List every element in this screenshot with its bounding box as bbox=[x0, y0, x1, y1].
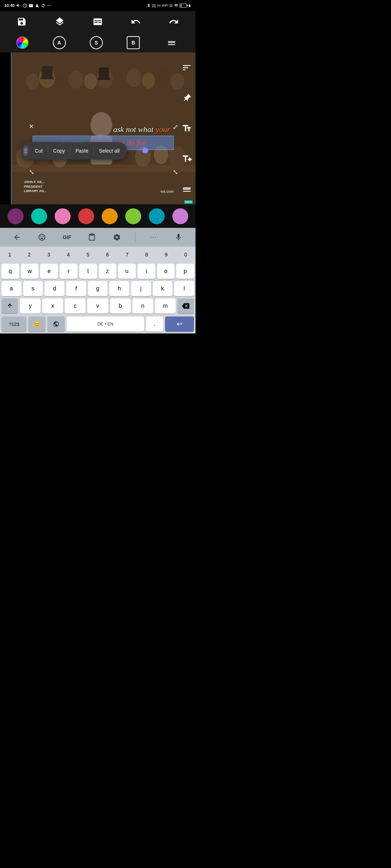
key-x[interactable]: x bbox=[42, 298, 63, 314]
key-s[interactable]: s bbox=[23, 281, 43, 296]
num-key-6[interactable]: 6 bbox=[98, 247, 117, 263]
backspace-key[interactable] bbox=[177, 298, 194, 314]
num-key-8[interactable]: 8 bbox=[137, 247, 156, 263]
num-key-4[interactable]: 4 bbox=[59, 247, 78, 263]
copy-button[interactable]: Copy bbox=[48, 146, 71, 156]
save-button[interactable] bbox=[14, 14, 29, 29]
svg-point-28 bbox=[25, 149, 26, 150]
key-a[interactable]: a bbox=[1, 281, 21, 296]
svg-point-33 bbox=[26, 152, 27, 153]
toolbar-row2: A S B bbox=[0, 33, 196, 52]
more-options-button[interactable]: ··· bbox=[147, 230, 160, 244]
shift-key[interactable] bbox=[1, 298, 18, 314]
color-wheel-button[interactable] bbox=[16, 37, 29, 49]
num-key-0[interactable]: 0 bbox=[176, 247, 196, 263]
key-v[interactable]: v bbox=[87, 298, 108, 314]
cursor-right bbox=[142, 148, 148, 153]
emoji-sticker-button[interactable] bbox=[35, 230, 49, 244]
redo-button[interactable] bbox=[166, 14, 181, 29]
microphone-button[interactable] bbox=[172, 230, 185, 244]
key-g[interactable]: g bbox=[88, 281, 108, 296]
num-key-5[interactable]: 5 bbox=[78, 247, 98, 263]
color-dot-6[interactable] bbox=[149, 208, 165, 224]
key-b[interactable]: b bbox=[110, 298, 131, 314]
color-dot-5[interactable] bbox=[125, 208, 141, 224]
settings-button[interactable] bbox=[110, 230, 124, 244]
undo-button[interactable] bbox=[128, 14, 143, 29]
color-dot-1[interactable] bbox=[31, 208, 47, 224]
key-o[interactable]: o bbox=[157, 264, 175, 279]
color-dot-4[interactable] bbox=[102, 208, 118, 224]
key-u[interactable]: u bbox=[118, 264, 136, 279]
paste-button[interactable]: Paste bbox=[70, 146, 94, 156]
gif-button[interactable]: GIF bbox=[60, 230, 74, 244]
key-q[interactable]: q bbox=[1, 264, 19, 279]
subtitles-button[interactable] bbox=[90, 14, 105, 29]
key-y[interactable]: y bbox=[20, 298, 41, 314]
key-l[interactable]: l bbox=[174, 281, 194, 296]
dot-key[interactable]: . bbox=[146, 316, 163, 332]
num-key-7[interactable]: 7 bbox=[117, 247, 137, 263]
color-dot-7[interactable] bbox=[172, 208, 188, 224]
key-d[interactable]: d bbox=[45, 281, 64, 296]
number-row: 1234567890 bbox=[0, 247, 196, 263]
space-key[interactable]: DE • EN bbox=[67, 316, 144, 332]
font-style-s-button[interactable]: S bbox=[90, 36, 103, 49]
time: 10:40 bbox=[4, 3, 14, 8]
new-text-button[interactable]: NEW bbox=[180, 152, 193, 165]
watermark: ws.com bbox=[160, 190, 174, 193]
key-z[interactable]: z bbox=[99, 264, 117, 279]
num-key-9[interactable]: 9 bbox=[156, 247, 176, 263]
key-t[interactable]: t bbox=[79, 264, 97, 279]
key-e[interactable]: e bbox=[40, 264, 58, 279]
num-key-2[interactable]: 2 bbox=[20, 247, 39, 263]
collapse-list-button[interactable] bbox=[180, 61, 193, 74]
resize-handle-tr[interactable]: ⤢ bbox=[173, 123, 178, 131]
key-f[interactable]: f bbox=[66, 281, 86, 296]
emoji-key[interactable]: 😊 bbox=[28, 316, 46, 332]
signal2: |||| bbox=[169, 4, 173, 7]
pin-button[interactable] bbox=[180, 92, 193, 105]
key-p[interactable]: p bbox=[176, 264, 194, 279]
bluetooth-icon bbox=[147, 3, 151, 8]
key-123[interactable]: ?123 bbox=[1, 316, 26, 332]
sync-icon bbox=[41, 3, 46, 8]
status-left: 10:40 ··· bbox=[4, 3, 50, 8]
resize-handle-tl[interactable]: ✕ bbox=[29, 123, 34, 130]
font-style-a-button[interactable]: A bbox=[53, 36, 66, 49]
canvas-area: NEW ask not what your country country ca… bbox=[0, 52, 196, 204]
kb-divider bbox=[135, 232, 135, 242]
num-key-1[interactable]: 1 bbox=[0, 247, 20, 263]
select-all-button[interactable]: Select all bbox=[94, 146, 125, 156]
nav-icon bbox=[35, 3, 39, 8]
key-c[interactable]: c bbox=[65, 298, 85, 314]
bold-button[interactable]: B bbox=[127, 36, 140, 49]
globe-key[interactable] bbox=[47, 316, 65, 332]
color-dot-3[interactable] bbox=[78, 208, 94, 224]
key-r[interactable]: r bbox=[60, 264, 77, 279]
key-n[interactable]: n bbox=[133, 298, 153, 314]
key-w[interactable]: w bbox=[21, 264, 39, 279]
cut-button[interactable]: Cut bbox=[30, 146, 48, 156]
svg-point-29 bbox=[26, 149, 27, 150]
back-button[interactable] bbox=[10, 230, 24, 244]
enter-key[interactable] bbox=[165, 316, 194, 332]
key-i[interactable]: i bbox=[138, 264, 155, 279]
resize-handle-br[interactable]: ⤡ bbox=[173, 168, 178, 176]
num-key-3[interactable]: 3 bbox=[39, 247, 59, 263]
resize-handle-bl[interactable]: ⤡ bbox=[29, 168, 34, 176]
list-style-button[interactable] bbox=[180, 183, 193, 196]
keyboard-row2: asdfghjkl bbox=[0, 280, 196, 297]
layers-button[interactable] bbox=[52, 14, 67, 29]
status-right: |||| Vo WiFi |||| bbox=[147, 3, 191, 8]
signal-bars: |||| bbox=[152, 4, 156, 8]
key-j[interactable]: j bbox=[131, 281, 151, 296]
key-k[interactable]: k bbox=[153, 281, 173, 296]
clipboard-button[interactable] bbox=[85, 230, 99, 244]
key-m[interactable]: m bbox=[155, 298, 176, 314]
text-align-button[interactable] bbox=[164, 35, 179, 50]
color-dot-2[interactable] bbox=[55, 208, 71, 224]
key-h[interactable]: h bbox=[109, 281, 129, 296]
color-dot-0[interactable] bbox=[8, 208, 24, 224]
text-style-button[interactable] bbox=[180, 122, 193, 135]
